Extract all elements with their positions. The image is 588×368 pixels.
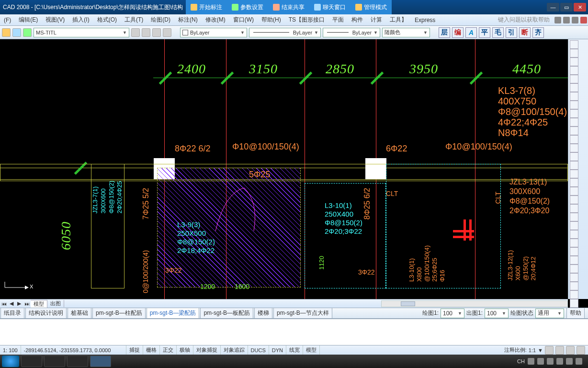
status-icon[interactable] <box>566 346 575 355</box>
status-icon[interactable] <box>545 346 554 355</box>
cn-edit-btn[interactable]: 编 <box>452 27 464 38</box>
menu-ts-interface[interactable]: TS【图形接口 <box>285 16 328 24</box>
tool-icon[interactable] <box>2 28 11 37</box>
rtool-btn[interactable] <box>570 256 578 264</box>
sheet-tab[interactable]: 纸目录 <box>0 308 24 319</box>
menu-member[interactable]: 构件 <box>348 16 367 24</box>
rtool-btn[interactable] <box>570 187 578 196</box>
tool-icon[interactable] <box>131 28 140 37</box>
menu-calc[interactable]: 计算 <box>367 16 386 24</box>
tray-icon[interactable] <box>547 358 554 365</box>
draw-state-combo[interactable]: 通用▼ <box>535 309 564 318</box>
sheet-tab[interactable]: pm-sgt-B—柱配筋 <box>92 308 146 319</box>
sheet-tab[interactable]: 楼梯 <box>254 308 272 319</box>
toggle-ducs[interactable]: DUCS <box>248 345 269 355</box>
tool-icon[interactable] <box>163 28 171 37</box>
rtool-btn[interactable] <box>570 247 578 256</box>
menu-view[interactable]: 视图(V) <box>42 16 68 24</box>
help-btn[interactable]: 帮助 <box>566 308 585 319</box>
rtool-btn[interactable] <box>570 213 578 221</box>
rtool-btn[interactable] <box>570 101 578 109</box>
sheet-tab[interactable]: pm-sgt-B—梁配筋 <box>147 308 200 319</box>
maximize-button[interactable]: ▭ <box>560 3 573 12</box>
doc-min-icon[interactable] <box>563 17 570 23</box>
minimize-button[interactable]: — <box>547 3 559 12</box>
cn-break-btn[interactable]: 断 <box>519 27 531 38</box>
sheet-tab[interactable]: 结构设计说明 <box>25 308 67 319</box>
rtool-btn[interactable] <box>570 118 578 126</box>
sheet-tab[interactable]: 桩基础 <box>68 308 91 319</box>
cn-lead-btn[interactable]: 引 <box>506 27 517 38</box>
toggle-grid[interactable]: 栅格 <box>143 345 160 355</box>
toggle-osnap[interactable]: 对象捕捉 <box>193 345 221 355</box>
rtool-btn[interactable] <box>570 75 578 83</box>
tool-icon[interactable] <box>152 28 161 37</box>
tool-icon[interactable] <box>12 28 21 37</box>
menu-express[interactable]: Express <box>411 17 439 23</box>
taskbar-app[interactable] <box>67 356 88 367</box>
ime-indicator[interactable]: CH <box>517 358 525 364</box>
search-icon[interactable] <box>554 17 561 23</box>
menu-edit[interactable]: 编辑(E) <box>15 16 42 24</box>
tab-layout[interactable]: 出图 <box>47 300 64 307</box>
toggle-ortho[interactable]: 正交 <box>160 345 177 355</box>
rtool-btn[interactable] <box>570 40 578 49</box>
menu-draw[interactable]: 绘图(D) <box>147 16 174 24</box>
tray-icon[interactable] <box>576 358 582 365</box>
menu-help[interactable]: 帮助(H) <box>258 16 285 24</box>
rtool-btn[interactable] <box>570 230 578 239</box>
rtool-btn[interactable] <box>570 178 578 187</box>
rtool-btn[interactable] <box>570 49 578 58</box>
tray-icon[interactable] <box>556 358 563 365</box>
rtool-btn[interactable] <box>570 221 578 230</box>
share-settings[interactable]: 参数设置 <box>227 0 268 14</box>
chevron-down-icon[interactable]: ▼ <box>538 347 543 353</box>
tool-icon[interactable] <box>23 28 32 37</box>
menu-file[interactable]: (F) <box>0 17 15 23</box>
menu-dim[interactable]: 标注(N) <box>174 16 202 24</box>
rtool-btn[interactable] <box>570 264 578 273</box>
rtool-btn[interactable] <box>570 92 578 101</box>
rtool-btn[interactable] <box>570 282 578 290</box>
toggle-dyn[interactable]: DYN <box>269 345 286 355</box>
anno-scale-value[interactable]: 1:1 <box>529 347 536 353</box>
start-button[interactable] <box>2 356 19 367</box>
menu-tools[interactable]: 工具(T) <box>121 16 147 24</box>
rtool-btn[interactable] <box>570 144 578 152</box>
taskbar-app[interactable] <box>44 356 65 367</box>
status-icon[interactable] <box>577 346 585 355</box>
rtool-btn[interactable] <box>570 161 578 170</box>
toggle-polar[interactable]: 极轴 <box>177 345 193 355</box>
share-start-annotate[interactable]: 开始标注 <box>186 0 227 14</box>
tab-nav-next[interactable]: ▶ <box>15 300 23 307</box>
plot-scale-combo[interactable]: 100▼ <box>485 309 509 318</box>
plotstyle-combo[interactable]: 随颜色▼ <box>382 28 430 37</box>
rtool-btn[interactable] <box>570 170 578 178</box>
textstyle-combo[interactable]: MS-TITL▼ <box>34 28 129 37</box>
help-search[interactable]: 键入问题以获取帮助 <box>494 16 554 24</box>
rtool-btn[interactable] <box>570 273 578 282</box>
tab-model[interactable]: 模型 <box>31 300 47 308</box>
cn-icon-btn[interactable]: A <box>465 27 477 38</box>
doc-close-icon[interactable] <box>580 17 587 23</box>
hscrollbar[interactable] <box>381 300 568 307</box>
toggle-model[interactable]: 模型 <box>303 345 320 355</box>
command-line[interactable] <box>0 318 588 345</box>
doc-max-icon[interactable] <box>572 17 578 23</box>
menu-window[interactable]: 窗口(W) <box>229 16 258 24</box>
taskbar-app[interactable] <box>21 356 42 367</box>
rtool-btn[interactable] <box>570 290 578 299</box>
rtool-btn[interactable] <box>570 299 578 308</box>
share-end[interactable]: 结束共享 <box>268 0 309 14</box>
tray-icon[interactable] <box>528 358 534 365</box>
draw-scale-combo[interactable]: 100▼ <box>441 309 464 318</box>
rtool-btn[interactable] <box>570 196 578 204</box>
toggle-lwt[interactable]: 线宽 <box>286 345 303 355</box>
taskbar-app[interactable] <box>90 356 111 367</box>
status-icon[interactable] <box>555 346 564 355</box>
tab-nav-last[interactable]: ⏭ <box>23 301 31 307</box>
lineweight-combo[interactable]: ByLayer▼ <box>323 28 380 37</box>
tab-nav-first[interactable]: ⏮ <box>0 301 8 307</box>
tray-icon[interactable] <box>566 358 573 365</box>
drawing-canvas[interactable]: 2400 3150 2850 3950 4450 6050 KL3-7(8) 4… <box>0 39 568 299</box>
